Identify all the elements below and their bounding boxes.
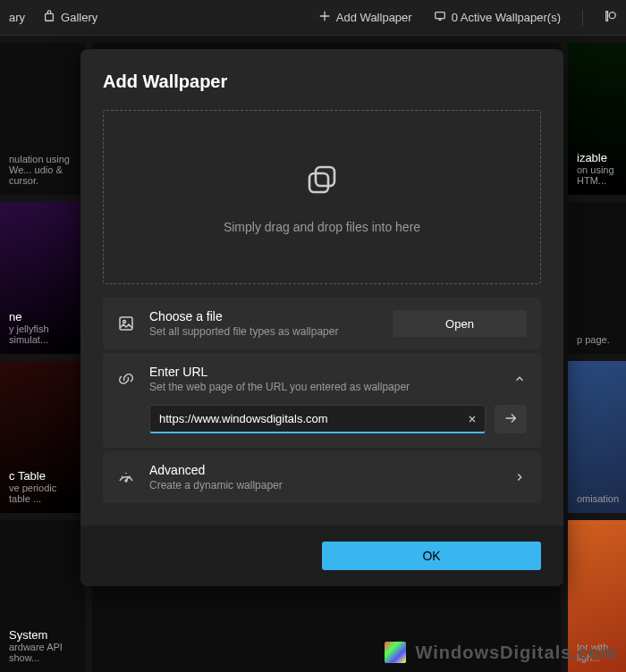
library-label: ary bbox=[9, 11, 25, 24]
tile[interactable]: p page. bbox=[568, 202, 626, 354]
tile[interactable]: izableon using HTM... bbox=[568, 43, 626, 195]
gallery-label: Gallery bbox=[61, 11, 97, 24]
arrow-right-icon bbox=[503, 410, 519, 429]
enter-url-title: Enter URL bbox=[149, 365, 498, 379]
submit-url-button[interactable] bbox=[495, 405, 527, 433]
dropzone-text: Simply drag and drop files into here bbox=[224, 220, 420, 234]
svg-point-3 bbox=[609, 13, 615, 19]
bag-icon bbox=[43, 10, 55, 25]
svg-rect-1 bbox=[435, 13, 444, 19]
tile[interactable]: nulation using We... udio & cursor. bbox=[0, 43, 85, 195]
tab-library[interactable]: ary bbox=[9, 11, 25, 24]
choose-file-section: Choose a file Set all supported file typ… bbox=[103, 298, 541, 349]
url-input[interactable] bbox=[150, 412, 460, 425]
tile[interactable]: c Tableve periodic table ... bbox=[0, 361, 85, 513]
enter-url-header[interactable]: Enter URL Set the web page of the URL yo… bbox=[103, 353, 541, 405]
chevron-up-icon bbox=[512, 372, 527, 386]
svg-point-7 bbox=[123, 321, 126, 323]
advanced-subtitle: Create a dynamic wallpaper bbox=[149, 479, 498, 491]
active-wallpapers-label: 0 Active Wallpaper(s) bbox=[452, 11, 561, 24]
enter-url-subtitle: Set the web page of the URL you entered … bbox=[149, 381, 498, 393]
tile[interactable]: Systemardware API show... bbox=[0, 520, 85, 672]
svg-rect-5 bbox=[309, 173, 328, 192]
add-wallpaper-button[interactable]: Add Wallpaper bbox=[318, 10, 412, 25]
tile[interactable]: omisation bbox=[568, 361, 626, 513]
plus-icon bbox=[318, 10, 331, 25]
active-wallpapers-button[interactable]: 0 Active Wallpaper(s) bbox=[434, 10, 561, 25]
copy-icon bbox=[303, 161, 341, 202]
top-toolbar: ary Gallery Add Wallpaper 0 Active Wallp… bbox=[0, 0, 626, 36]
tile[interactable]: ney jellyfish simulat... bbox=[0, 202, 85, 354]
image-icon bbox=[117, 315, 135, 332]
url-input-wrap bbox=[149, 405, 486, 433]
add-wallpaper-label: Add Wallpaper bbox=[336, 11, 412, 24]
advanced-title: Advanced bbox=[149, 463, 498, 477]
dialog-title: Add Wallpaper bbox=[103, 71, 541, 92]
ok-button[interactable]: OK bbox=[322, 542, 541, 570]
open-button[interactable]: Open bbox=[393, 310, 527, 337]
enter-url-section: Enter URL Set the web page of the URL yo… bbox=[103, 353, 541, 448]
add-wallpaper-dialog: Add Wallpaper Simply drag and drop files… bbox=[80, 49, 563, 586]
file-dropzone[interactable]: Simply drag and drop files into here bbox=[103, 110, 541, 284]
clear-icon[interactable] bbox=[460, 407, 485, 432]
watermark-logo-icon bbox=[385, 642, 406, 663]
advanced-section[interactable]: Advanced Create a dynamic wallpaper bbox=[103, 451, 541, 503]
chevron-right-icon bbox=[512, 470, 527, 484]
patreon-icon bbox=[605, 10, 617, 25]
svg-rect-4 bbox=[316, 167, 334, 186]
dialog-footer: OK bbox=[80, 525, 563, 586]
patreon-button[interactable] bbox=[605, 10, 617, 25]
watermark-text: WindowsDigitals.com bbox=[415, 643, 617, 663]
choose-file-title: Choose a file bbox=[149, 309, 378, 323]
choose-file-subtitle: Set all supported file types as wallpape… bbox=[149, 325, 378, 338]
watermark: WindowsDigitals.com bbox=[385, 642, 617, 663]
tab-gallery[interactable]: Gallery bbox=[43, 10, 97, 25]
link-icon bbox=[117, 370, 135, 388]
toolbar-separator bbox=[582, 10, 583, 26]
svg-rect-0 bbox=[46, 13, 54, 21]
monitor-icon bbox=[434, 10, 446, 25]
gauge-icon bbox=[117, 468, 135, 486]
svg-rect-2 bbox=[606, 12, 608, 21]
